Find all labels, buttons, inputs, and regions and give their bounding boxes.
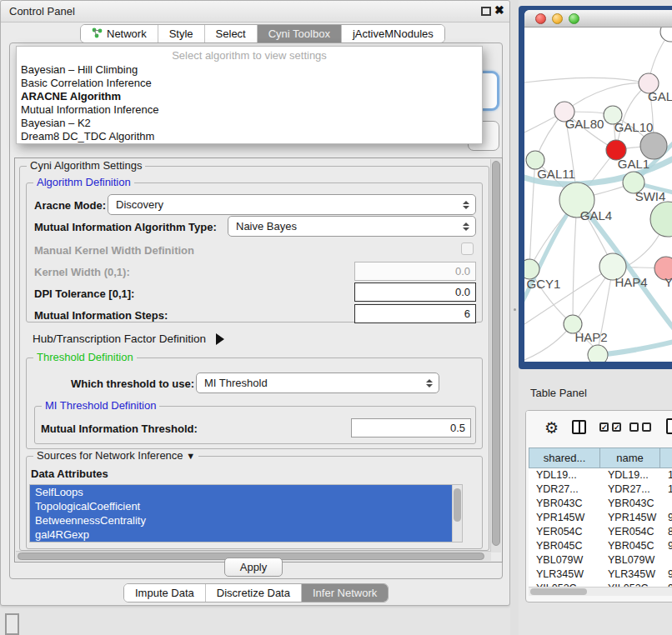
table-cell: 9. [660, 511, 672, 525]
node-table: shared...nameA YDL19...YDL19...13YDR27..… [529, 448, 672, 596]
node-label: HAP2 [574, 330, 607, 344]
close-window-icon[interactable] [535, 13, 546, 24]
which-threshold-label: Which threshold to use: [71, 378, 194, 390]
network-node[interactable] [650, 202, 672, 237]
minimized-panel-icon[interactable] [5, 613, 19, 635]
apply-button[interactable]: Apply [224, 558, 283, 577]
column-header-name[interactable]: name [600, 448, 660, 468]
panel-splitter[interactable] [510, 0, 519, 635]
table-cell: YBL079W [600, 553, 660, 568]
algorithm-option[interactable]: Mutual Information Inference [17, 103, 482, 117]
table-cell: 13 [660, 468, 672, 482]
table-cell: YBR045C [600, 539, 660, 553]
zoom-window-icon[interactable] [569, 13, 579, 24]
algorithm-dropdown-placeholder: Select algorithm to view settings [17, 48, 482, 63]
document-icon[interactable] [666, 418, 672, 434]
table-cell: YER054C [529, 525, 600, 539]
combo-arrows-icon [463, 201, 469, 209]
network-edge-highlighted [598, 341, 672, 355]
dpi-tolerance-input[interactable]: 0.0 [354, 282, 476, 302]
node-label: GAL80 [565, 117, 604, 131]
deselect-all-icon[interactable] [629, 422, 651, 432]
network-node[interactable] [660, 28, 672, 42]
splitter-handle[interactable] [514, 308, 516, 311]
manual-kernel-label: Manual Kernel Width Definition [34, 244, 194, 257]
table-row[interactable]: YDR27...YDR27...12 [529, 482, 672, 497]
attribute-list-item[interactable]: gal4RGexp [30, 528, 454, 542]
table-cell: YDR27... [600, 482, 660, 497]
attribute-list-scrollbar[interactable] [452, 485, 462, 542]
split-columns-icon[interactable] [572, 420, 586, 434]
data-attributes-label: Data Attributes [31, 468, 108, 480]
table-row[interactable]: YLR345WYLR345W9. [529, 568, 672, 582]
column-header-shared...[interactable]: shared... [529, 448, 600, 468]
table-row[interactable]: YBR043CYBR043C [529, 497, 672, 511]
control-panel-title: Control Panel [9, 5, 75, 18]
attribute-list-item[interactable]: TopologicalCoefficient [30, 499, 454, 513]
table-cell: YER054C [600, 525, 660, 539]
network-canvas[interactable]: GALGAL80GAL10GAL1GAL11SWI4GAL4GCY1HAP4YH… [524, 28, 672, 362]
mi-threshold-input[interactable]: 0.5 [351, 418, 471, 438]
table-cell: YPR145W [600, 511, 660, 525]
algorithm-option[interactable]: ARACNE Algorithm [17, 90, 482, 103]
select-all-icon[interactable]: ✓✓ [599, 422, 621, 432]
column-header-A[interactable]: A [660, 448, 672, 468]
table-cell: YBR043C [529, 497, 600, 511]
algorithm-option[interactable]: Bayesian – Hill Climbing [17, 63, 482, 77]
tab-infer-network[interactable]: Infer Network [301, 584, 388, 602]
expander-down-icon: ▼ [186, 451, 195, 461]
node-label: GCY1 [527, 277, 561, 291]
table-cell: YDR27... [529, 482, 600, 497]
mi-threshold-label: Mutual Information Threshold: [41, 422, 198, 435]
network-window-titlebar[interactable] [524, 10, 672, 28]
dpi-tolerance-label: DPI Tolerance [0,1]: [34, 288, 134, 300]
hub-definition-expander[interactable]: Hub/Transcription Factor Definition [33, 332, 224, 345]
mi-type-combobox[interactable]: Naive Bayes [228, 216, 476, 237]
network-view-window[interactable]: GALGAL80GAL10GAL1GAL11SWI4GAL4GCY1HAP4YH… [519, 6, 672, 369]
table-row[interactable]: YDL19...YDL19...13 [529, 468, 672, 482]
tab-jactivemnodules[interactable]: jActiveMNodules [341, 25, 444, 42]
aracne-mode-label: Aracne Mode: [34, 199, 106, 212]
table-horizontal-scrollbar[interactable] [529, 587, 672, 596]
network-node[interactable] [640, 132, 667, 159]
tab-network[interactable]: Network [81, 25, 158, 42]
table-row[interactable]: YBR045CYBR045C9. [529, 539, 672, 553]
close-panel-icon[interactable]: ✖ [494, 3, 504, 17]
algorithm-option[interactable]: Bayesian – K2 [17, 117, 482, 130]
table-panel-window: ⚙ ✓✓ shared...nameA YDL19...YDL19...13YD… [525, 410, 672, 602]
manual-kernel-checkbox[interactable] [461, 242, 474, 255]
attribute-list-item[interactable]: SelfLoops [30, 485, 454, 499]
aracne-mode-combobox[interactable]: Discovery [108, 194, 476, 215]
kernel-width-input[interactable]: 0.0 [354, 262, 476, 281]
minimize-window-icon[interactable] [552, 13, 563, 24]
mi-steps-input[interactable]: 6 [354, 304, 476, 323]
expander-right-icon [216, 333, 224, 345]
gear-icon[interactable]: ⚙ [544, 418, 559, 438]
tab-style[interactable]: Style [158, 25, 204, 42]
tab-label: Select [216, 28, 246, 40]
attribute-list-item[interactable]: BetweennessCentrality [30, 513, 454, 528]
network-icon [92, 28, 103, 41]
algorithm-option[interactable]: Basic Correlation Inference [17, 77, 482, 90]
table-panel-title: Table Panel [530, 387, 587, 399]
table-cell [660, 553, 672, 568]
which-threshold-combobox[interactable]: MI Threshold [196, 372, 439, 393]
table-row[interactable]: YER054CYER054C8. [529, 525, 672, 539]
table-row[interactable]: YBL079WYBL079W [529, 553, 672, 568]
mi-steps-value: 6 [464, 308, 470, 320]
table-cell: 9. [660, 568, 672, 582]
float-window-icon[interactable] [481, 7, 491, 16]
table-row[interactable]: YPR145WYPR145W9. [529, 511, 672, 525]
algorithm-option[interactable]: Dream8 DC_TDC Algorithm [17, 130, 482, 143]
settings-vertical-scrollbar[interactable] [490, 159, 501, 552]
network-node[interactable] [588, 345, 608, 362]
tab-discretize-data[interactable]: Discretize Data [205, 584, 301, 602]
data-attributes-list[interactable]: SelfLoopsTopologicalCoefficientBetweenne… [29, 484, 463, 542]
tab-select[interactable]: Select [204, 25, 257, 42]
hub-definition-label: Hub/Transcription Factor Definition [33, 332, 206, 345]
sources-group-title[interactable]: Sources for Network Inference ▼ [33, 449, 198, 462]
tab-impute-data[interactable]: Impute Data [124, 584, 205, 602]
network-edge [524, 78, 649, 83]
cyni-bottom-tabbar: Impute DataDiscretize DataInfer Network [123, 583, 389, 602]
tab-cyni-toolbox[interactable]: Cyni Toolbox [257, 25, 341, 42]
